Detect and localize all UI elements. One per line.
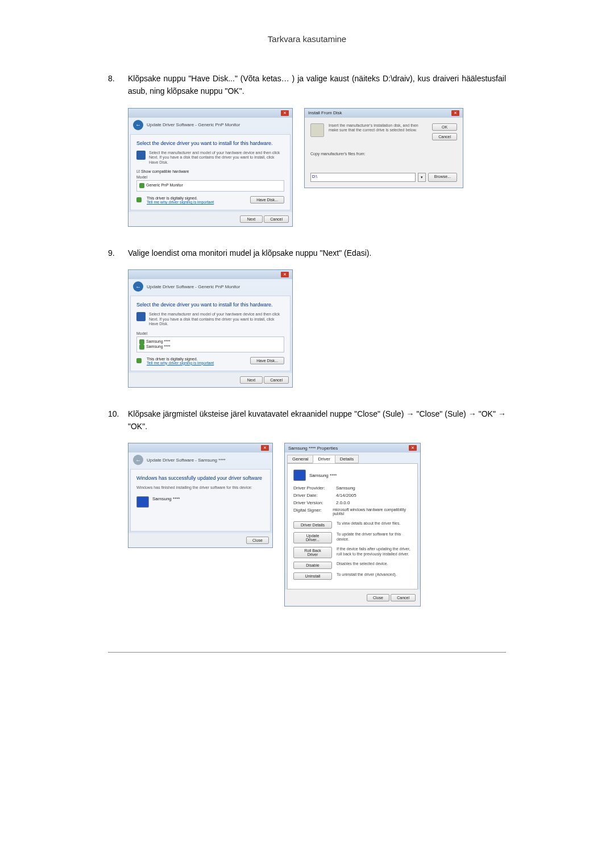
device-icon (136, 312, 146, 321)
step-num: 10. (108, 408, 128, 433)
provider-value: Samsung (336, 485, 355, 491)
cancel-button[interactable]: Cancel (264, 376, 289, 384)
dialog-title: Install From Disk (308, 110, 342, 115)
titlebar: Install From Disk ✕ (305, 109, 463, 118)
dialog-title: Update Driver Software - Generic PnP Mon… (147, 122, 240, 127)
signer-value: microsoft windows hardware compatibility… (333, 508, 412, 516)
browse-button[interactable]: Browse... (428, 173, 457, 182)
driver-details-button[interactable]: Driver Details (293, 521, 332, 529)
uninstall-button[interactable]: Uninstall (293, 572, 332, 580)
titlebar: ✕ (128, 270, 292, 279)
model-label: Model (136, 331, 284, 335)
tab-details[interactable]: Details (335, 455, 359, 463)
cancel-button[interactable]: Cancel (432, 133, 457, 140)
update-desc: To update the driver software for this d… (337, 532, 412, 542)
page-title: Tarkvara kasutamine (108, 34, 506, 44)
close-icon[interactable]: ✕ (281, 110, 289, 116)
signer-label: Digital Signer: (293, 508, 333, 516)
list-item[interactable]: Generic PnP Monitor (139, 183, 281, 188)
success-sub: Windows has finished installing the driv… (136, 485, 264, 490)
close-icon[interactable]: ✕ (261, 445, 269, 451)
step-text: Klõpsake järgmistel üksteise järel kuvat… (128, 408, 506, 433)
back-icon[interactable]: ← (133, 120, 143, 130)
version-label: Driver Version: (293, 500, 336, 505)
back-icon: ← (133, 455, 143, 465)
copy-from-label: Copy manufacturer's files from: (310, 152, 457, 156)
monitor-icon (293, 470, 306, 481)
update-driver-dialog-2: ✕ ← Update Driver Software - Generic PnP… (128, 269, 293, 387)
step-text: Valige loendist oma monitori mudel ja kl… (128, 247, 506, 259)
rollback-button[interactable]: Roll Back Driver (293, 547, 332, 558)
signed-text: This driver is digitally signed. (147, 196, 247, 200)
disk-icon (310, 123, 324, 137)
titlebar: ✕ (128, 443, 272, 452)
model-label: Model (136, 175, 284, 179)
disable-desc: Disables the selected device. (337, 562, 412, 566)
step-num: 9. (108, 247, 128, 259)
signing-link[interactable]: Tell me why driver signing is important (147, 200, 247, 204)
signed-text: This driver is digitally signed. (147, 357, 247, 361)
have-disk-button[interactable]: Have Disk... (250, 357, 284, 364)
update-driver-button[interactable]: Update Driver... (293, 532, 332, 543)
breadcrumb: ← Update Driver Software - Samsung **** (128, 452, 272, 467)
help-text: Select the manufacturer and model of you… (149, 151, 284, 165)
step-8: 8. Klõpsake nuppu "Have Disk..." (Võta k… (108, 72, 506, 98)
path-input[interactable]: D:\ (310, 173, 416, 182)
back-icon[interactable]: ← (133, 281, 143, 292)
step-10: 10. Klõpsake järgmistel üksteise järel k… (108, 408, 506, 433)
checkbox-label[interactable]: ☑ Show compatible hardware (136, 169, 284, 174)
shield-icon (139, 344, 144, 350)
install-text: Insert the manufacturer's installation d… (329, 123, 428, 140)
details-desc: To view details about the driver files. (337, 521, 412, 526)
signing-link[interactable]: Tell me why driver signing is important (147, 361, 247, 365)
dialog-title: Update Driver Software - Samsung **** (147, 458, 226, 463)
dialog-heading: Select the device driver you want to ins… (136, 302, 284, 308)
close-icon[interactable]: ✕ (451, 110, 459, 116)
help-text: Select the manufacturer and model of you… (149, 312, 284, 326)
close-button[interactable]: Close (367, 594, 389, 601)
step-num: 8. (108, 72, 128, 98)
update-success-dialog: ✕ ← Update Driver Software - Samsung ***… (128, 443, 273, 548)
dialog-title: Update Driver Software - Generic PnP Mon… (147, 284, 240, 289)
next-button[interactable]: Next (240, 215, 263, 223)
device-icon (136, 151, 146, 160)
breadcrumb: ← Update Driver Software - Generic PnP M… (128, 279, 292, 294)
titlebar: Samsung **** Properties ✕ (285, 443, 420, 452)
list-item[interactable]: Samsung **** (139, 339, 281, 344)
footer-rule (108, 652, 506, 653)
install-from-disk-dialog: Install From Disk ✕ Insert the manufactu… (304, 108, 463, 188)
properties-dialog: Samsung **** Properties ✕ General Driver… (284, 443, 421, 607)
uninstall-desc: To uninstall the driver (Advanced). (337, 572, 412, 577)
titlebar: ✕ (128, 109, 292, 118)
list-item[interactable]: Samsung **** (139, 344, 281, 350)
ok-button[interactable]: OK (432, 123, 457, 131)
close-button[interactable]: Close (246, 537, 269, 544)
disable-button[interactable]: Disable (293, 562, 332, 569)
dialog-heading: Select the device driver you want to ins… (136, 140, 284, 146)
step-text: Klõpsake nuppu "Have Disk..." (Võta keta… (128, 72, 506, 98)
shield-icon (136, 358, 142, 363)
step-9: 9. Valige loendist oma monitori mudel ja… (108, 247, 506, 259)
dialog-title: Samsung **** Properties (288, 446, 338, 451)
model-list[interactable]: Generic PnP Monitor (136, 180, 284, 192)
success-heading: Windows has successfully updated your dr… (136, 475, 264, 481)
cancel-button[interactable]: Cancel (391, 594, 416, 601)
update-driver-dialog: ✕ ← Update Driver Software - Generic PnP… (128, 108, 293, 227)
device-name: Samsung **** (309, 473, 337, 478)
close-icon[interactable]: ✕ (281, 272, 289, 277)
next-button[interactable]: Next (240, 376, 263, 384)
cancel-button[interactable]: Cancel (264, 215, 289, 223)
tab-driver[interactable]: Driver (313, 455, 335, 463)
provider-label: Driver Provider: (293, 485, 336, 491)
model-list[interactable]: Samsung **** Samsung **** (136, 337, 284, 352)
date-label: Driver Date: (293, 493, 336, 498)
version-value: 2.0.0.0 (336, 500, 350, 505)
shield-icon (139, 339, 144, 344)
shield-icon (136, 197, 142, 202)
close-icon[interactable]: ✕ (409, 445, 417, 451)
date-value: 4/14/2005 (336, 493, 356, 498)
tab-general[interactable]: General (287, 455, 313, 463)
dropdown-icon[interactable]: ▾ (418, 173, 426, 182)
breadcrumb: ← Update Driver Software - Generic PnP M… (128, 118, 292, 132)
have-disk-button[interactable]: Have Disk... (250, 196, 284, 203)
